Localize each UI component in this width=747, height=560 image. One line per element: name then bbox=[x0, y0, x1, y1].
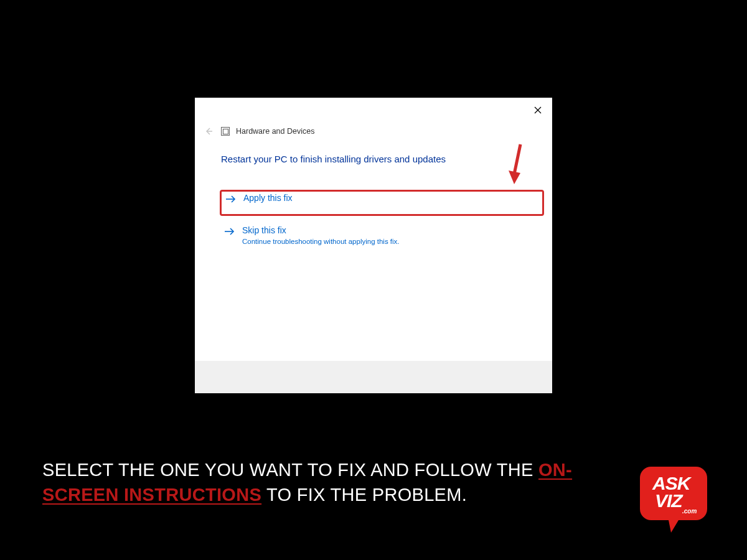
close-button[interactable] bbox=[529, 103, 547, 118]
caption-part2: TO FIX THE PROBLEM. bbox=[261, 485, 467, 505]
back-arrow-icon bbox=[204, 127, 213, 136]
arrow-right-icon bbox=[223, 225, 236, 238]
skip-fix-label: Skip this fix bbox=[242, 224, 400, 236]
troubleshooter-dialog: Hardware and Devices Restart your PC to … bbox=[195, 98, 552, 393]
skip-fix-option[interactable]: Skip this fix Continue troubleshooting w… bbox=[221, 220, 527, 249]
caption-part1: SELECT THE ONE YOU WANT TO FIX AND FOLLO… bbox=[42, 460, 538, 480]
skip-fix-subtext: Continue troubleshooting without applyin… bbox=[242, 238, 400, 245]
back-button[interactable] bbox=[202, 125, 215, 138]
instruction-text: Restart your PC to finish installing dri… bbox=[221, 154, 527, 164]
fix-options: Apply this fix Skip this fix Continue tr… bbox=[221, 185, 527, 249]
caption-text: SELECT THE ONE YOU WANT TO FIX AND FOLLO… bbox=[42, 457, 610, 507]
dialog-footer bbox=[195, 361, 552, 393]
troubleshooter-icon bbox=[221, 127, 230, 136]
arrow-right-icon bbox=[225, 193, 237, 205]
apply-fix-option[interactable]: Apply this fix bbox=[221, 185, 527, 212]
dialog-titlebar bbox=[195, 98, 552, 123]
apply-fix-label: Apply this fix bbox=[243, 192, 293, 204]
dialog-header: Hardware and Devices bbox=[195, 123, 552, 140]
badge-dotcom: .com bbox=[682, 508, 697, 515]
askviz-badge: ASK VIZ .com bbox=[637, 464, 710, 534]
dialog-body: Restart your PC to finish installing dri… bbox=[195, 140, 552, 249]
close-icon bbox=[534, 106, 542, 114]
badge-line2: VIZ bbox=[655, 490, 682, 511]
dialog-title: Hardware and Devices bbox=[236, 127, 314, 136]
